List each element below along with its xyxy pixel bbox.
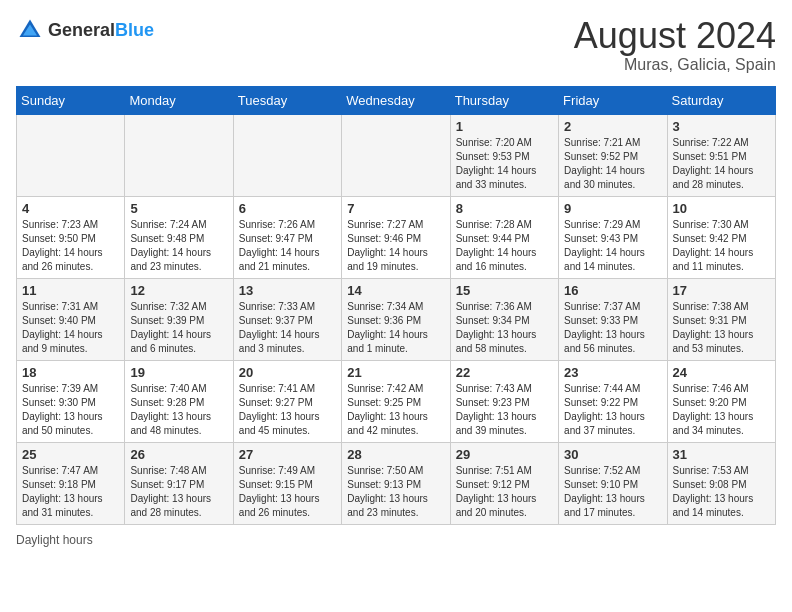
day-number: 14 (347, 283, 444, 298)
day-number: 6 (239, 201, 336, 216)
day-number: 17 (673, 283, 770, 298)
calendar-cell: 21Sunrise: 7:42 AM Sunset: 9:25 PM Dayli… (342, 360, 450, 442)
calendar-cell: 20Sunrise: 7:41 AM Sunset: 9:27 PM Dayli… (233, 360, 341, 442)
calendar-cell: 5Sunrise: 7:24 AM Sunset: 9:48 PM Daylig… (125, 196, 233, 278)
footer-note: Daylight hours (16, 533, 776, 547)
logo-text: GeneralBlue (48, 20, 154, 41)
day-info: Sunrise: 7:24 AM Sunset: 9:48 PM Dayligh… (130, 218, 227, 274)
logo-blue: Blue (115, 20, 154, 40)
calendar-cell: 18Sunrise: 7:39 AM Sunset: 9:30 PM Dayli… (17, 360, 125, 442)
header-friday: Friday (559, 86, 667, 114)
day-info: Sunrise: 7:49 AM Sunset: 9:15 PM Dayligh… (239, 464, 336, 520)
day-info: Sunrise: 7:46 AM Sunset: 9:20 PM Dayligh… (673, 382, 770, 438)
calendar-cell: 15Sunrise: 7:36 AM Sunset: 9:34 PM Dayli… (450, 278, 558, 360)
calendar-cell: 3Sunrise: 7:22 AM Sunset: 9:51 PM Daylig… (667, 114, 775, 196)
day-number: 10 (673, 201, 770, 216)
calendar-week-4: 18Sunrise: 7:39 AM Sunset: 9:30 PM Dayli… (17, 360, 776, 442)
calendar-cell: 25Sunrise: 7:47 AM Sunset: 9:18 PM Dayli… (17, 442, 125, 524)
day-info: Sunrise: 7:28 AM Sunset: 9:44 PM Dayligh… (456, 218, 553, 274)
day-number: 11 (22, 283, 119, 298)
day-number: 18 (22, 365, 119, 380)
calendar-cell: 10Sunrise: 7:30 AM Sunset: 9:42 PM Dayli… (667, 196, 775, 278)
day-number: 15 (456, 283, 553, 298)
day-number: 29 (456, 447, 553, 462)
calendar-header: Sunday Monday Tuesday Wednesday Thursday… (17, 86, 776, 114)
day-info: Sunrise: 7:42 AM Sunset: 9:25 PM Dayligh… (347, 382, 444, 438)
calendar-week-5: 25Sunrise: 7:47 AM Sunset: 9:18 PM Dayli… (17, 442, 776, 524)
day-info: Sunrise: 7:27 AM Sunset: 9:46 PM Dayligh… (347, 218, 444, 274)
day-number: 31 (673, 447, 770, 462)
calendar-cell: 16Sunrise: 7:37 AM Sunset: 9:33 PM Dayli… (559, 278, 667, 360)
header-monday: Monday (125, 86, 233, 114)
calendar-cell: 31Sunrise: 7:53 AM Sunset: 9:08 PM Dayli… (667, 442, 775, 524)
day-info: Sunrise: 7:44 AM Sunset: 9:22 PM Dayligh… (564, 382, 661, 438)
main-title: August 2024 (574, 16, 776, 56)
calendar-cell: 4Sunrise: 7:23 AM Sunset: 9:50 PM Daylig… (17, 196, 125, 278)
day-info: Sunrise: 7:22 AM Sunset: 9:51 PM Dayligh… (673, 136, 770, 192)
day-number: 23 (564, 365, 661, 380)
page-header: GeneralBlue August 2024 Muras, Galicia, … (16, 16, 776, 74)
calendar-cell: 2Sunrise: 7:21 AM Sunset: 9:52 PM Daylig… (559, 114, 667, 196)
calendar-cell: 29Sunrise: 7:51 AM Sunset: 9:12 PM Dayli… (450, 442, 558, 524)
calendar-cell: 24Sunrise: 7:46 AM Sunset: 9:20 PM Dayli… (667, 360, 775, 442)
day-info: Sunrise: 7:20 AM Sunset: 9:53 PM Dayligh… (456, 136, 553, 192)
day-info: Sunrise: 7:36 AM Sunset: 9:34 PM Dayligh… (456, 300, 553, 356)
header-wednesday: Wednesday (342, 86, 450, 114)
day-number: 7 (347, 201, 444, 216)
day-info: Sunrise: 7:26 AM Sunset: 9:47 PM Dayligh… (239, 218, 336, 274)
calendar-cell: 28Sunrise: 7:50 AM Sunset: 9:13 PM Dayli… (342, 442, 450, 524)
day-info: Sunrise: 7:38 AM Sunset: 9:31 PM Dayligh… (673, 300, 770, 356)
day-info: Sunrise: 7:31 AM Sunset: 9:40 PM Dayligh… (22, 300, 119, 356)
header-row: Sunday Monday Tuesday Wednesday Thursday… (17, 86, 776, 114)
day-number: 27 (239, 447, 336, 462)
day-number: 24 (673, 365, 770, 380)
calendar-cell: 14Sunrise: 7:34 AM Sunset: 9:36 PM Dayli… (342, 278, 450, 360)
day-number: 25 (22, 447, 119, 462)
day-number: 30 (564, 447, 661, 462)
calendar-week-2: 4Sunrise: 7:23 AM Sunset: 9:50 PM Daylig… (17, 196, 776, 278)
calendar-cell: 27Sunrise: 7:49 AM Sunset: 9:15 PM Dayli… (233, 442, 341, 524)
day-number: 19 (130, 365, 227, 380)
calendar-cell (342, 114, 450, 196)
calendar-cell: 19Sunrise: 7:40 AM Sunset: 9:28 PM Dayli… (125, 360, 233, 442)
day-number: 26 (130, 447, 227, 462)
day-info: Sunrise: 7:23 AM Sunset: 9:50 PM Dayligh… (22, 218, 119, 274)
day-info: Sunrise: 7:51 AM Sunset: 9:12 PM Dayligh… (456, 464, 553, 520)
calendar-body: 1Sunrise: 7:20 AM Sunset: 9:53 PM Daylig… (17, 114, 776, 524)
calendar-cell: 23Sunrise: 7:44 AM Sunset: 9:22 PM Dayli… (559, 360, 667, 442)
day-number: 28 (347, 447, 444, 462)
day-info: Sunrise: 7:47 AM Sunset: 9:18 PM Dayligh… (22, 464, 119, 520)
day-info: Sunrise: 7:29 AM Sunset: 9:43 PM Dayligh… (564, 218, 661, 274)
day-info: Sunrise: 7:40 AM Sunset: 9:28 PM Dayligh… (130, 382, 227, 438)
header-thursday: Thursday (450, 86, 558, 114)
calendar-cell: 30Sunrise: 7:52 AM Sunset: 9:10 PM Dayli… (559, 442, 667, 524)
day-info: Sunrise: 7:34 AM Sunset: 9:36 PM Dayligh… (347, 300, 444, 356)
day-number: 5 (130, 201, 227, 216)
day-info: Sunrise: 7:50 AM Sunset: 9:13 PM Dayligh… (347, 464, 444, 520)
calendar-week-1: 1Sunrise: 7:20 AM Sunset: 9:53 PM Daylig… (17, 114, 776, 196)
calendar-cell: 11Sunrise: 7:31 AM Sunset: 9:40 PM Dayli… (17, 278, 125, 360)
day-info: Sunrise: 7:21 AM Sunset: 9:52 PM Dayligh… (564, 136, 661, 192)
calendar-cell: 6Sunrise: 7:26 AM Sunset: 9:47 PM Daylig… (233, 196, 341, 278)
day-info: Sunrise: 7:48 AM Sunset: 9:17 PM Dayligh… (130, 464, 227, 520)
day-info: Sunrise: 7:39 AM Sunset: 9:30 PM Dayligh… (22, 382, 119, 438)
day-info: Sunrise: 7:53 AM Sunset: 9:08 PM Dayligh… (673, 464, 770, 520)
day-number: 13 (239, 283, 336, 298)
day-number: 22 (456, 365, 553, 380)
header-saturday: Saturday (667, 86, 775, 114)
calendar-cell (233, 114, 341, 196)
subtitle: Muras, Galicia, Spain (574, 56, 776, 74)
calendar-cell: 8Sunrise: 7:28 AM Sunset: 9:44 PM Daylig… (450, 196, 558, 278)
logo-general: General (48, 20, 115, 40)
day-number: 2 (564, 119, 661, 134)
day-number: 1 (456, 119, 553, 134)
calendar-cell: 1Sunrise: 7:20 AM Sunset: 9:53 PM Daylig… (450, 114, 558, 196)
logo-icon (16, 16, 44, 44)
calendar-cell: 7Sunrise: 7:27 AM Sunset: 9:46 PM Daylig… (342, 196, 450, 278)
logo: GeneralBlue (16, 16, 154, 44)
calendar-cell (125, 114, 233, 196)
day-info: Sunrise: 7:33 AM Sunset: 9:37 PM Dayligh… (239, 300, 336, 356)
calendar-cell: 12Sunrise: 7:32 AM Sunset: 9:39 PM Dayli… (125, 278, 233, 360)
calendar-cell: 13Sunrise: 7:33 AM Sunset: 9:37 PM Dayli… (233, 278, 341, 360)
title-block: August 2024 Muras, Galicia, Spain (574, 16, 776, 74)
